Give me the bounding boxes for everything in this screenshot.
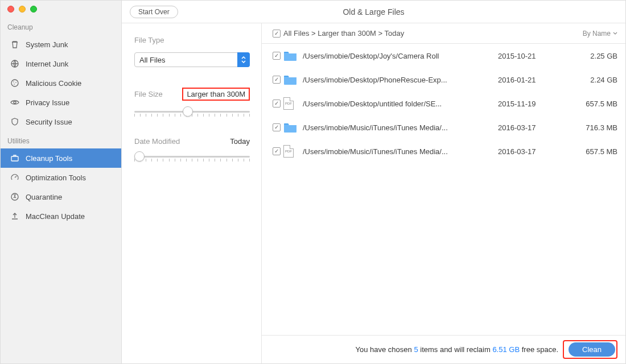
- sidebar-section-label: Cleanup: [1, 18, 121, 35]
- filter-file-size: File Size Larger than 300M: [134, 88, 250, 117]
- select-all-checkbox[interactable]: ✓: [273, 30, 281, 38]
- main-panel: Start Over Old & Large Files File Type A…: [122, 1, 625, 363]
- shield-icon: [10, 117, 20, 127]
- table-row[interactable]: ✓/Users/imobie/Desktop/Joy's/Camera Roll…: [262, 44, 625, 68]
- sidebar-item-cleanup-tools[interactable]: Cleanup Tools: [1, 148, 121, 168]
- sidebar-item-label: Quarantine: [26, 193, 62, 201]
- chevron-updown-icon: [237, 52, 250, 67]
- table-row[interactable]: ✓/Users/imobie/Desktop/PhoneRescue-Exp..…: [262, 68, 625, 92]
- file-size: 716.3 MB: [566, 123, 617, 132]
- clean-button[interactable]: Clean: [569, 342, 615, 357]
- sidebar: CleanupSystem JunkInternet JunkMalicious…: [1, 1, 122, 363]
- sidebar-item-label: Cleanup Tools: [26, 154, 72, 163]
- footer-bar: You have chosen 5 items and will reclaim…: [262, 335, 625, 363]
- trash-icon: [10, 39, 20, 49]
- sidebar-item-privacy-issue[interactable]: Privacy Issue: [1, 93, 121, 112]
- svg-rect-6: [11, 156, 18, 161]
- briefcase-icon: [10, 153, 20, 163]
- sidebar-item-label: Privacy Issue: [26, 98, 69, 107]
- sidebar-item-system-junk[interactable]: System Junk: [1, 35, 121, 54]
- file-date: 2016-01-21: [498, 76, 566, 84]
- eye-icon: [10, 97, 20, 107]
- sort-menu-label: By Name: [583, 30, 611, 38]
- row-checkbox[interactable]: ✓: [273, 76, 281, 84]
- upload-icon: [10, 211, 20, 221]
- content-area: File Type All Files File Size Larger tha…: [122, 23, 625, 363]
- table-row[interactable]: ✓PDF/Users/imobie/Desktop/untitled folde…: [262, 92, 625, 115]
- top-bar: Start Over Old & Large Files: [122, 1, 625, 23]
- file-type-select[interactable]: All Files: [134, 52, 250, 67]
- sidebar-item-label: Internet Junk: [26, 60, 68, 68]
- file-path: /Users/imobie/Desktop/Joy's/Camera Roll: [303, 52, 498, 60]
- sidebar-item-malicious-cookie[interactable]: Malicious Cookie: [1, 73, 121, 93]
- file-size: 2.25 GB: [566, 52, 617, 60]
- folder-icon: [283, 50, 303, 61]
- pdf-file-icon: PDF: [283, 145, 303, 158]
- clean-highlight: Clean: [563, 340, 617, 359]
- row-checkbox[interactable]: ✓: [273, 52, 281, 60]
- sidebar-item-label: Malicious Cookie: [26, 79, 81, 88]
- filter-file-size-label: File Size: [134, 90, 163, 98]
- footer-summary: You have chosen 5 items and will reclaim…: [356, 345, 559, 354]
- svg-point-1: [11, 80, 18, 86]
- filter-panel: File Type All Files File Size Larger tha…: [122, 23, 262, 363]
- file-size: 657.5 MB: [566, 147, 617, 156]
- row-checkbox[interactable]: ✓: [273, 100, 281, 107]
- sidebar-item-label: MacClean Update: [26, 212, 85, 221]
- folder-icon: [283, 122, 303, 133]
- file-date: 2015-11-19: [498, 100, 566, 108]
- table-row[interactable]: ✓PDF/Users/imobie/Music/iTunes/iTunes Me…: [262, 139, 625, 163]
- file-path: /Users/imobie/Desktop/untitled folder/SE…: [303, 100, 498, 108]
- svg-point-5: [14, 101, 16, 104]
- file-size: 2.24 GB: [566, 76, 617, 84]
- sidebar-section-label: Utilities: [1, 131, 121, 148]
- pdf-file-icon: PDF: [283, 97, 303, 110]
- list-header: ✓ All Files > Larger than 300M > Today B…: [262, 23, 625, 44]
- filter-file-type-label: File Type: [134, 36, 164, 44]
- file-rows: ✓/Users/imobie/Desktop/Joy's/Camera Roll…: [262, 44, 625, 335]
- file-size: 657.5 MB: [566, 100, 617, 108]
- file-path: /Users/imobie/Desktop/PhoneRescue-Exp...: [303, 76, 498, 84]
- filter-file-type: File Type All Files: [134, 36, 250, 67]
- quarantine-icon: [10, 192, 20, 202]
- footer-count: 5: [414, 345, 418, 354]
- sort-menu[interactable]: By Name: [583, 30, 617, 38]
- sidebar-item-label: Optimization Tools: [26, 173, 86, 182]
- sidebar-item-label: Security Issue: [26, 118, 72, 126]
- file-date: 2015-10-21: [498, 52, 566, 60]
- svg-point-3: [15, 82, 17, 83]
- sidebar-item-optimization-tools[interactable]: Optimization Tools: [1, 168, 121, 187]
- file-list-panel: ✓ All Files > Larger than 300M > Today B…: [262, 23, 625, 363]
- chevron-down-icon: [613, 32, 617, 35]
- filter-date-modified: Date Modified Today: [134, 137, 250, 162]
- window-controls: [1, 1, 121, 18]
- file-path: /Users/imobie/Music/iTunes/iTunes Media/…: [303, 147, 498, 156]
- close-window-button[interactable]: [7, 6, 14, 13]
- svg-point-2: [13, 81, 14, 82]
- sidebar-item-internet-junk[interactable]: Internet Junk: [1, 54, 121, 73]
- table-row[interactable]: ✓/Users/imobie/Music/iTunes/iTunes Media…: [262, 115, 625, 139]
- page-title: Old & Large Files: [343, 7, 404, 16]
- zoom-window-button[interactable]: [30, 6, 37, 13]
- date-modified-slider[interactable]: [134, 156, 250, 162]
- file-size-slider[interactable]: [134, 111, 250, 117]
- cookie-icon: [10, 78, 20, 88]
- file-date: 2016-03-17: [498, 123, 566, 132]
- filter-date-modified-value: Today: [230, 137, 250, 146]
- breadcrumb: All Files > Larger than 300M > Today: [283, 29, 583, 38]
- row-checkbox[interactable]: ✓: [273, 147, 281, 155]
- globe-icon: [10, 59, 20, 69]
- row-checkbox[interactable]: ✓: [273, 123, 281, 131]
- sidebar-item-quarantine[interactable]: Quarantine: [1, 187, 121, 206]
- filter-date-modified-label: Date Modified: [134, 137, 180, 146]
- file-date: 2016-03-17: [498, 147, 566, 156]
- file-path: /Users/imobie/Music/iTunes/iTunes Media/…: [303, 123, 498, 132]
- sidebar-item-security-issue[interactable]: Security Issue: [1, 112, 121, 131]
- start-over-button[interactable]: Start Over: [130, 6, 178, 18]
- sidebar-item-label: System Junk: [26, 40, 68, 49]
- sidebar-item-macclean-update[interactable]: MacClean Update: [1, 206, 121, 226]
- footer-reclaim-size: 6.51 GB: [492, 345, 520, 354]
- gauge-icon: [10, 172, 20, 183]
- minimize-window-button[interactable]: [19, 6, 26, 13]
- slider-thumb[interactable]: [134, 151, 145, 162]
